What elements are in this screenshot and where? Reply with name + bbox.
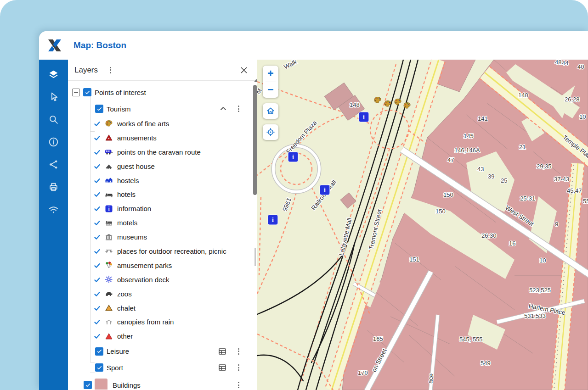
chevron-up-icon[interactable] xyxy=(219,104,228,113)
legend-item-label: hotels xyxy=(117,190,136,198)
layer-label[interactable]: Leisure xyxy=(107,347,129,355)
layer-label[interactable]: Tourism xyxy=(107,105,131,113)
share-icon xyxy=(48,159,59,172)
legend-item: canopies from rain xyxy=(68,315,257,329)
print-icon xyxy=(48,181,59,195)
house-number-label: 10 xyxy=(539,257,546,264)
buildings-color-swatch xyxy=(95,379,107,390)
observation-deck-icon xyxy=(105,275,113,284)
layers-tree: Points of interest Tourism xyxy=(68,81,257,390)
sidebar-item-wireless[interactable] xyxy=(44,200,64,220)
information-icon: i xyxy=(105,205,113,213)
toolbar-sidebar xyxy=(39,60,68,390)
sidebar-item-identify[interactable] xyxy=(44,88,64,108)
legend-item-label: canopies from rain xyxy=(117,318,174,326)
sidebar-item-info[interactable] xyxy=(44,133,64,153)
sidebar-item-search[interactable] xyxy=(44,110,64,130)
legend-item-label: works of fine arts xyxy=(117,120,169,128)
attribute-table-icon[interactable] xyxy=(218,363,227,372)
points-of-interest-checkbox[interactable] xyxy=(83,88,91,96)
check-icon[interactable] xyxy=(93,276,101,284)
tourism-checkbox[interactable] xyxy=(95,105,103,113)
layer-group-label[interactable]: Points of interest xyxy=(95,89,146,96)
buildings-kebab-icon[interactable] xyxy=(234,380,243,390)
svg-text:i: i xyxy=(363,114,365,121)
legend-item: chalet xyxy=(68,301,257,315)
zoom-out-button[interactable]: − xyxy=(263,82,278,98)
leisure-checkbox[interactable] xyxy=(95,347,103,356)
scrollbar-thumb[interactable] xyxy=(253,85,257,195)
check-icon[interactable] xyxy=(93,332,101,340)
other-icon xyxy=(105,332,113,340)
check-icon[interactable] xyxy=(93,304,101,312)
check-icon[interactable] xyxy=(93,233,101,241)
home-extent-button[interactable] xyxy=(263,103,278,119)
check-icon[interactable] xyxy=(93,177,101,184)
zoom-in-button[interactable]: + xyxy=(263,66,278,82)
layers-menu-kebab-icon[interactable] xyxy=(106,65,114,75)
locate-button[interactable] xyxy=(263,124,278,140)
map-canvas[interactable]: WalkMTemple PlaceWest StreetHarlem Place… xyxy=(257,60,588,390)
attribute-table-icon[interactable] xyxy=(218,347,227,356)
tourism-kebab-icon[interactable] xyxy=(234,104,243,114)
check-icon[interactable] xyxy=(93,219,101,227)
legend-item-label: observation deck xyxy=(117,276,169,284)
information-marker-icon[interactable]: i xyxy=(288,152,298,162)
zoom-control: + − xyxy=(263,66,278,98)
legend-item: works of fine arts xyxy=(68,117,257,131)
cursor-icon xyxy=(48,91,59,105)
information-marker-icon[interactable]: i xyxy=(359,112,369,122)
legend-item-label: museums xyxy=(117,233,147,241)
canopy-icon xyxy=(105,318,113,326)
layer-label[interactable]: Sport xyxy=(107,364,123,372)
sport-checkbox[interactable] xyxy=(95,363,103,372)
page-title: Map: Boston xyxy=(74,40,126,50)
leisure-kebab-icon[interactable] xyxy=(234,346,243,357)
info-icon xyxy=(48,136,59,150)
tree-node-tourism: Tourism xyxy=(68,101,257,117)
house-number-label: 170 xyxy=(358,369,368,376)
check-icon[interactable] xyxy=(93,120,101,128)
amusement-park-icon xyxy=(105,261,113,269)
sport-kebab-icon[interactable] xyxy=(234,362,243,373)
nextgis-logo-icon xyxy=(47,38,62,53)
check-icon[interactable] xyxy=(93,290,101,298)
house-number-label: 43 xyxy=(477,166,484,173)
sidebar-item-share[interactable] xyxy=(44,155,64,175)
wifi-icon xyxy=(48,204,59,217)
check-icon[interactable] xyxy=(93,247,101,255)
house-number-label: 40 xyxy=(577,63,584,70)
legend-item: observation deck xyxy=(68,273,257,287)
legend-item: amusements xyxy=(68,131,257,145)
tree-node-leisure: Leisure xyxy=(68,343,257,359)
sidebar-item-layers[interactable] xyxy=(44,65,64,85)
layers-panel-title: Layers xyxy=(74,66,98,75)
check-icon[interactable] xyxy=(93,148,101,156)
house-number-label: 10 xyxy=(579,113,586,120)
check-icon[interactable] xyxy=(93,205,101,212)
information-marker-icon[interactable]: i xyxy=(320,185,330,195)
legend-item: amusement parks xyxy=(68,258,257,273)
palette-icon xyxy=(105,119,113,128)
information-marker-icon[interactable]: i xyxy=(268,215,278,225)
house-number-label: 523,525 xyxy=(529,287,551,294)
legend-item-label: motels xyxy=(117,219,137,227)
check-icon[interactable] xyxy=(93,162,101,170)
layer-label[interactable]: Buildings xyxy=(113,381,141,389)
close-icon[interactable] xyxy=(239,65,249,75)
buildings-checkbox[interactable] xyxy=(84,381,92,389)
check-icon[interactable] xyxy=(93,190,101,198)
collapse-expander-icon[interactable] xyxy=(72,89,80,96)
legend-item: i information xyxy=(68,201,257,216)
house-number-label: 9 xyxy=(555,221,558,228)
check-icon[interactable] xyxy=(93,262,101,269)
check-icon[interactable] xyxy=(93,318,101,326)
legend-item-label: zoos xyxy=(117,290,132,298)
house-number-label: 16 xyxy=(509,240,515,247)
layers-icon xyxy=(48,69,59,82)
legend-item: places for outdoor recreation, picnic xyxy=(68,244,257,258)
scrollbar-track-mark xyxy=(254,248,256,266)
house-number-label: 48 xyxy=(555,60,561,66)
sidebar-item-print[interactable] xyxy=(44,178,64,198)
check-icon[interactable] xyxy=(93,134,101,142)
